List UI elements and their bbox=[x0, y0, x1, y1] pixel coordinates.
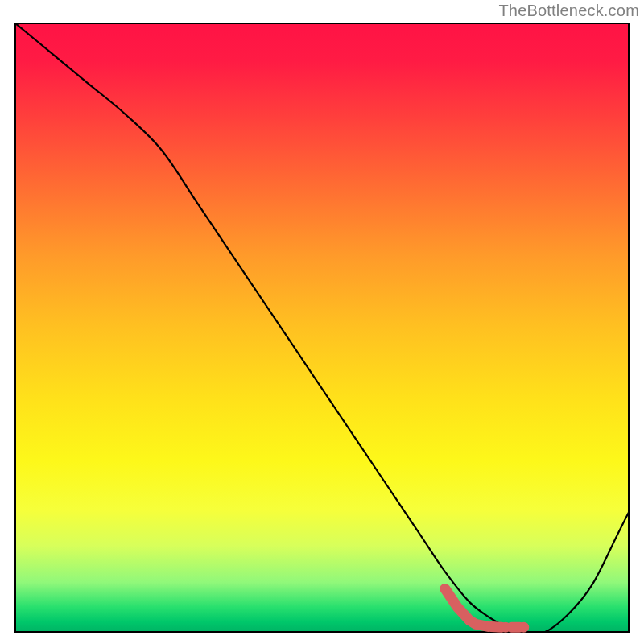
chart-root: { "attribution": "TheBottleneck.com", "c… bbox=[0, 0, 644, 644]
chart-plot-area bbox=[14, 23, 630, 633]
attribution-text: TheBottleneck.com bbox=[498, 2, 639, 20]
